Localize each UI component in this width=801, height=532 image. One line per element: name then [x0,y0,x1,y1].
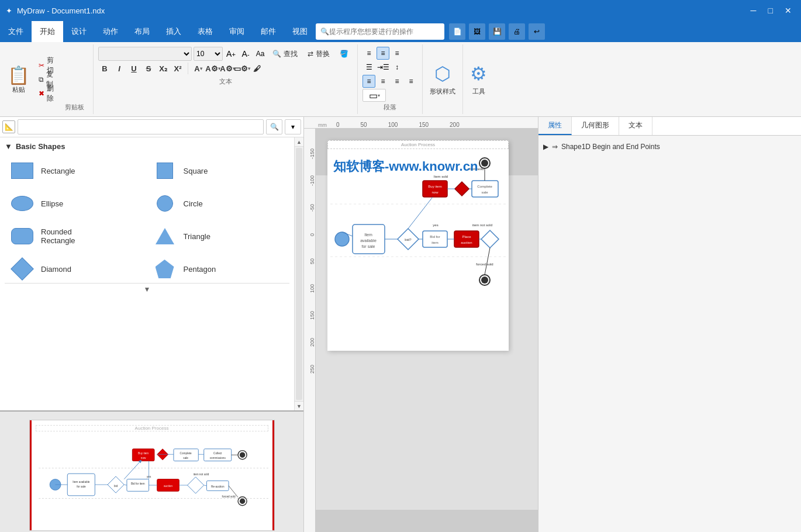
font-family-select[interactable] [98,47,192,61]
toolbar-btn-print[interactable]: 🖨 [509,23,525,40]
menu-mail[interactable]: 邮件 [253,21,284,42]
shape-item-rounded-rectangle[interactable]: RoundedRectangle [5,222,147,250]
category-header-basic[interactable]: ▼ Basic Shapes [5,142,289,151]
scroll-thumb[interactable] [296,148,302,400]
menu-start[interactable]: 开始 [32,21,63,42]
font-color-dropdown[interactable]: ▾ [200,66,202,71]
subscript-button[interactable]: X₂ [157,62,170,75]
replace-button[interactable]: ⇄ 替换 [303,47,334,60]
shapes-search-input[interactable] [18,119,264,134]
paint-bucket-button[interactable]: 🪣 [336,47,353,60]
bg-icon: A⚙ [220,64,232,73]
valign-top-button[interactable]: ≡ [377,75,389,88]
list-indent-button[interactable]: ⇥☰ [377,61,389,74]
scroll-down-button[interactable]: ▼ [295,401,303,410]
menu-search-box[interactable]: 🔍 [316,23,444,40]
menu-design[interactable]: 设计 [63,21,95,42]
shape-item-diamond[interactable]: Diamond [5,255,147,283]
font-size-increase-button[interactable]: A+ [225,47,237,60]
scroll-up-button[interactable]: ▲ [295,137,303,147]
shapes-search-dropdown[interactable]: ▾ [285,119,301,134]
menu-table[interactable]: 表格 [189,21,221,42]
toolbar-btn-2[interactable]: 🖼 [469,23,485,40]
border-color-button[interactable]: ▭⚙ ▾ [236,62,248,75]
maximize-button[interactable]: □ [765,5,776,16]
toolbar-btn-save[interactable]: 💾 [489,23,505,40]
paste-button[interactable]: 📋 粘贴 [5,47,32,112]
pentagon-label: Pentagon [184,265,216,274]
font-color-button[interactable]: A ▾ [192,62,205,75]
bg-color-button[interactable]: A⚙ ▾ [221,62,234,75]
svg-point-31 [239,499,244,504]
svg-text:auction: auction [163,485,172,488]
valign-center-button[interactable]: ≡ [362,75,375,88]
highlight-icon: A⚙ [205,64,217,73]
underline-button[interactable]: U [127,62,140,75]
italic-button[interactable]: I [113,62,126,75]
close-button[interactable]: ✕ [781,5,795,16]
tab-text[interactable]: 文本 [619,117,652,135]
shape-item-square[interactable]: Square [147,157,290,185]
svg-text:Complete: Complete [179,452,191,455]
para-dropdown-arrow[interactable]: ▾ [378,93,380,98]
ruler-spacer [304,129,315,140]
svg-marker-69 [481,230,499,248]
menu-file[interactable]: 文件 [0,21,32,42]
paint-format-button[interactable]: 🖌 [250,62,263,75]
minimize-button[interactable]: ─ [747,5,760,16]
align-center-button[interactable]: ≡ [377,47,389,60]
toolbar-btn-1[interactable]: 📄 [449,23,465,40]
circle-icon [152,193,178,214]
para-spacing-button[interactable]: ↕ [391,61,403,74]
valign-bottom-button[interactable]: ≡ [391,75,403,88]
shape-item-circle[interactable]: Circle [147,189,290,217]
menu-action[interactable]: 动作 [95,21,126,42]
menu-search-input[interactable] [329,27,434,36]
menu-layout[interactable]: 布局 [126,21,158,42]
shape-item-ellipse[interactable]: Ellipse [5,189,147,217]
drawing-area[interactable]: Auction Process Item [316,129,538,532]
expand-shapes-button[interactable]: ▼ [5,283,289,295]
shape-item-rectangle[interactable]: Rectangle [5,157,147,185]
valign-justify-button[interactable]: ≡ [405,75,417,88]
right-content: ▶ ⇒ Shape1D Begin and End Points [538,136,801,532]
shapes-search-button[interactable]: 🔍 [266,119,282,134]
para-dropdown[interactable]: ▭ ▾ [362,89,386,102]
triangle-icon [152,226,178,247]
svg-text:yes: yes [433,223,438,227]
delete-button[interactable]: ✖ 删除 [34,87,58,100]
ruler-neg50: -50 [304,194,315,221]
shape-style-section[interactable]: ⬡ 形状样式 [423,44,463,114]
menu-view[interactable]: 视图 [284,21,316,42]
font-size-select[interactable]: 10 12 [194,47,223,61]
svg-text:available: available [360,239,377,243]
font-color-icon: A [194,64,199,73]
align-left-button[interactable]: ≡ [362,47,375,60]
find-button[interactable]: 🔍 查找 [268,47,302,60]
highlight-color-button[interactable]: A⚙ ▾ [206,62,219,75]
superscript-button[interactable]: X² [171,62,184,75]
shape1d-section[interactable]: ▶ ⇒ Shape1D Begin and End Points [543,140,796,153]
shapes-scroll[interactable]: ▲ ▼ ▼ Basic Shapes Rectangle [0,137,303,410]
align-right-button[interactable]: ≡ [391,47,403,60]
svg-point-20 [239,452,244,457]
toolbar-btn-undo[interactable]: ↩ [529,23,545,40]
para-row-2: ☰ ⇥☰ ↕ [362,61,417,74]
menu-review[interactable]: 审阅 [221,21,253,42]
strikethrough-button[interactable]: S [142,62,155,75]
font-size-decrease-button[interactable]: A- [239,47,252,60]
tab-properties[interactable]: 属性 [538,117,572,135]
list-button[interactable]: ☰ [362,61,375,74]
shape-item-pentagon[interactable]: Pentagon [147,255,290,283]
tools-section[interactable]: ⚙ 工具 [463,44,494,114]
tab-geometry[interactable]: 几何图形 [572,117,619,135]
clear-format-button[interactable]: Aa [254,47,267,60]
right-panel: 属性 几何图形 文本 ▶ ⇒ Shape1D Begin and End Poi… [538,117,801,532]
svg-text:Item: Item [364,233,372,237]
shapes-panel-icon[interactable]: 📐 [2,120,15,133]
copy-button[interactable]: ⧉ 复制 [34,73,58,86]
bold-button[interactable]: B [98,62,111,75]
square-label: Square [184,167,208,175]
shape-item-triangle[interactable]: Triangle [147,222,290,250]
menu-insert[interactable]: 插入 [158,21,189,42]
